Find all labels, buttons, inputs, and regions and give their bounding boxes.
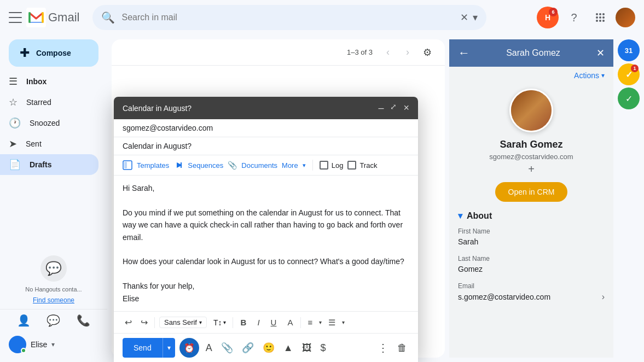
insert-link-btn[interactable]: 🔗 — [240, 340, 256, 356]
inbox-icon: ☰ — [9, 75, 18, 87]
calendar-icon-btn[interactable]: 31 — [618, 39, 640, 61]
crm-header: ← Sarah Gomez ✕ — [449, 39, 613, 67]
paperclip-icon: 📎 — [228, 161, 237, 170]
send-btn[interactable]: Send — [123, 338, 163, 358]
search-options-icon[interactable]: ▾ — [473, 11, 478, 24]
open-crm-btn[interactable]: Open in CRM — [495, 182, 568, 202]
font-size-btn[interactable]: T↕ ▾ — [211, 317, 228, 328]
about-title: About — [467, 211, 492, 221]
fmt-separator-3 — [300, 317, 301, 328]
about-chevron-icon: ▾ — [458, 211, 462, 221]
crm-field-firstname-label: First Name — [458, 227, 605, 235]
compose-subject-field: Calendar in August? — [114, 137, 418, 155]
track-checkbox[interactable] — [347, 161, 356, 170]
crm-field-email: Email s.gomez@costarvideo.com › — [458, 282, 605, 302]
templates-icon — [123, 160, 132, 170]
hangouts-no-contacts: No Hangouts conta... — [9, 286, 98, 293]
more-options-btn[interactable]: ⋮ — [375, 339, 391, 357]
sent-icon: ➤ — [9, 138, 17, 150]
maximize-btn[interactable]: ⤢ — [390, 102, 397, 114]
crm-back-btn[interactable]: ← — [458, 46, 470, 60]
compose-plus-icon: ✚ — [20, 47, 30, 59]
compose-header-buttons: – ⤢ × — [378, 102, 409, 114]
search-bar[interactable]: 🔍 ✕ ▾ — [92, 5, 486, 30]
pagination-prev-btn[interactable]: ‹ — [379, 44, 397, 61]
main-layout: ✚ Compose ☰ Inbox ☆ Starred 🕐 Snoozed ➤ … — [0, 35, 644, 362]
crm-contact-email: sgomez@costarvideo.com — [489, 153, 573, 161]
schedule-send-btn[interactable]: ⏰ — [179, 338, 199, 358]
crm-field-email-row: s.gomez@costarvideo.com › — [458, 292, 605, 302]
star-icon: ☆ — [9, 96, 18, 108]
compose-close-btn[interactable]: × — [403, 102, 409, 114]
track-checkbox-group[interactable]: Track — [347, 161, 377, 170]
sidebar-item-drafts[interactable]: 📄 Drafts — [0, 154, 98, 175]
user-dropdown-icon[interactable]: ▾ — [51, 341, 55, 348]
send-dropdown-btn[interactable]: ▾ — [163, 338, 175, 358]
attach-file-btn[interactable]: 📎 — [219, 340, 235, 356]
insert-drive-btn[interactable]: ▲ — [281, 340, 295, 356]
settings-gear-btn[interactable]: ⚙ — [419, 44, 436, 61]
hamburger-menu[interactable] — [9, 11, 22, 24]
sequences-btn[interactable]: Sequences — [188, 161, 223, 170]
hangouts-find-link[interactable]: Find someone — [33, 296, 74, 304]
elise-avatar[interactable] — [9, 336, 26, 353]
user-name: Elise — [31, 340, 47, 349]
align-btn[interactable]: ≡ — [305, 316, 315, 329]
search-clear-icon[interactable]: ✕ — [460, 11, 468, 24]
redo-btn[interactable]: ↪ — [138, 315, 150, 330]
contacts-icon-btn[interactable]: ✓ — [618, 87, 640, 109]
email-expand-icon[interactable]: › — [602, 292, 605, 302]
documents-btn[interactable]: Documents — [241, 161, 277, 170]
crm-field-firstname: First Name Sarah — [458, 227, 605, 246]
pagination-next-btn[interactable]: › — [399, 44, 416, 61]
bold-btn[interactable]: B — [237, 316, 250, 329]
sidebar-item-sent[interactable]: ➤ Sent — [0, 133, 98, 154]
italic-btn[interactable]: I — [254, 316, 263, 329]
gmail-logo: Gmail — [26, 8, 79, 27]
log-checkbox-group[interactable]: Log — [320, 161, 344, 170]
format-text-btn[interactable]: A — [204, 340, 214, 356]
font-family-select[interactable]: Sans Serif ▾ — [159, 317, 207, 328]
compose-dialog-header[interactable]: Calendar in August? – ⤢ × — [114, 97, 418, 119]
templates-btn[interactable]: Templates — [137, 161, 169, 170]
gmail-header: Gmail 🔍 ✕ ▾ H 6 ? — [0, 0, 644, 35]
help-icon-btn[interactable]: ? — [563, 7, 585, 28]
crm-close-btn[interactable]: ✕ — [596, 47, 605, 59]
user-section: Elise ▾ — [0, 331, 107, 358]
insert-emoji-btn[interactable]: 🙂 — [260, 340, 277, 356]
crm-contact-avatar — [509, 89, 553, 132]
insert-payment-btn[interactable]: $ — [318, 340, 328, 356]
minimize-btn[interactable]: – — [378, 102, 384, 114]
insert-photo-btn[interactable]: 🖼 — [300, 340, 314, 356]
text-color-btn[interactable]: A — [284, 316, 296, 329]
phone-bottom-icon[interactable]: 📞 — [77, 314, 90, 327]
underline-btn[interactable]: U — [268, 316, 280, 329]
crm-field-lastname-value: Gomez — [458, 265, 605, 273]
contacts-bottom-icon[interactable]: 👤 — [17, 314, 31, 327]
discard-btn[interactable]: 🗑 — [395, 340, 409, 356]
apps-icon-btn[interactable] — [589, 7, 611, 28]
compose-label: Compose — [36, 49, 71, 57]
sidebar-item-starred[interactable]: ☆ Starred — [0, 92, 98, 113]
more-btn[interactable]: More — [282, 161, 298, 170]
tasks-icon-btn[interactable]: ✓ 1 — [618, 63, 640, 85]
hubspot-icon-btn[interactable]: H 6 — [537, 7, 559, 28]
fmt-separator-1 — [154, 317, 155, 328]
compose-button[interactable]: ✚ Compose — [9, 39, 98, 67]
log-checkbox[interactable] — [320, 161, 328, 170]
crm-field-add-btn[interactable]: + — [528, 163, 535, 176]
search-input[interactable] — [121, 13, 460, 22]
crm-avatar-section: Sarah Gomez sgomez@costarvideo.com + Ope… — [458, 84, 605, 211]
user-avatar-btn[interactable] — [616, 8, 635, 27]
crm-field-email-value: s.gomez@costarvideo.com — [458, 293, 550, 301]
sidebar-item-inbox[interactable]: ☰ Inbox — [0, 71, 98, 92]
list-btn[interactable]: ☰ — [326, 316, 338, 330]
sidebar-item-snoozed[interactable]: 🕐 Snoozed — [0, 113, 98, 133]
subject-text: Calendar in August? — [123, 142, 192, 150]
compose-body[interactable]: Hi Sarah, Do you mind if we put somethin… — [114, 176, 418, 311]
chat-bottom-icon[interactable]: 💬 — [47, 314, 60, 327]
crm-field-lastname-label: Last Name — [458, 255, 605, 262]
crm-actions-link[interactable]: Actions ▾ — [574, 71, 605, 80]
undo-btn[interactable]: ↩ — [123, 315, 134, 330]
send-button-group: Send ▾ — [123, 338, 175, 358]
